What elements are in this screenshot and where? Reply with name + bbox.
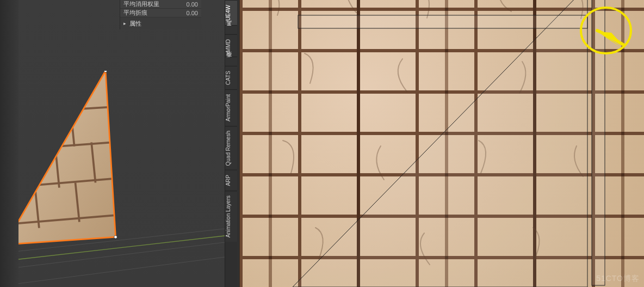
- svg-marker-4: [5, 71, 116, 245]
- property-value: 0.00: [187, 1, 198, 8]
- vtab-arp[interactable]: ARP: [225, 170, 237, 191]
- uv-layout-overlay: [239, 0, 644, 287]
- app-root: 平均消用权里 0.00 平均折痕 0.00 ▸ 属性 UE4W 工具 MMD 杂…: [0, 0, 644, 287]
- selected-mesh[interactable]: [0, 71, 131, 272]
- vtab-ue4w[interactable]: UE4W: [225, 0, 237, 25]
- properties-panel: 平均消用权里 0.00 平均折痕 0.00 ▸ 属性: [120, 0, 201, 29]
- property-label: 平均折痕: [123, 9, 187, 17]
- viewport-3d-area: 平均消用权里 0.00 平均折痕 0.00 ▸ 属性 UE4W 工具 MMD 杂…: [0, 0, 225, 287]
- uv-editor[interactable]: 51CTO博客: [239, 0, 644, 287]
- property-row[interactable]: 平均折痕 0.00: [120, 9, 201, 17]
- property-value: 0.00: [187, 10, 198, 16]
- property-label: 平均消用权里: [123, 0, 187, 8]
- property-row[interactable]: 平均消用权里 0.00: [120, 0, 201, 9]
- section-title: 属性: [129, 20, 141, 28]
- vtab-cats[interactable]: CATS: [225, 66, 237, 89]
- svg-rect-25: [298, 15, 587, 28]
- sidebar-vertical-tabs: UE4W 工具 MMD 杂项 CATS ArmorPaint Quad Reme…: [225, 0, 237, 287]
- properties-section-header[interactable]: ▸ 属性: [120, 17, 201, 29]
- svg-rect-26: [592, 0, 605, 285]
- svg-point-19: [114, 235, 117, 239]
- vtab-animation-layers[interactable]: Animation Layers: [225, 191, 237, 242]
- watermark: 51CTO博客: [596, 274, 640, 284]
- chevron-right-icon: ▸: [123, 21, 126, 26]
- left-shade: [0, 0, 18, 287]
- vtab-tools[interactable]: 工具: [225, 25, 237, 34]
- uv-texture-image: [239, 0, 644, 287]
- vtab-zaxiang[interactable]: 杂项: [225, 57, 237, 66]
- viewport-3d[interactable]: [0, 0, 225, 287]
- vtab-quad-remesh[interactable]: Quad Remesh: [225, 126, 237, 170]
- svg-marker-24: [293, 0, 587, 287]
- vtab-mmd[interactable]: MMD: [225, 34, 237, 57]
- vtab-armorpaint[interactable]: ArmorPaint: [225, 89, 237, 126]
- svg-line-10: [34, 111, 38, 151]
